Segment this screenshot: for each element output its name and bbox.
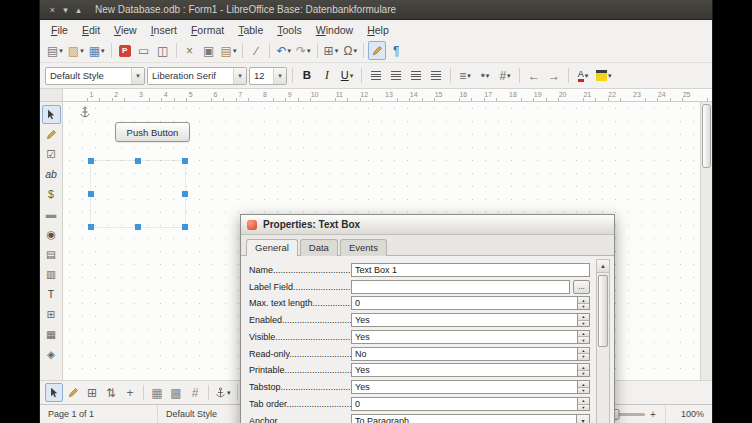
menu-format[interactable]: Format [184, 22, 231, 38]
selection-handle-ne[interactable] [182, 158, 188, 164]
max-text-length-input[interactable] [351, 296, 578, 310]
font-color-icon-dropdown[interactable]: ▾ [585, 72, 589, 80]
wizards-icon[interactable]: ◈ [42, 345, 61, 364]
copy-icon[interactable]: ▣ [200, 41, 218, 60]
vertical-scrollbar[interactable] [700, 102, 712, 380]
tab-events[interactable]: Events [340, 239, 387, 256]
max-text-length-spinner[interactable]: ▴▾ [578, 296, 590, 310]
combo-box-icon[interactable]: ▥ [42, 265, 61, 284]
clone-formatting-icon[interactable]: ∕ [247, 41, 265, 60]
enabled-spinner[interactable]: ▴▾ [578, 313, 590, 327]
printable-spinner[interactable]: ▴▾ [578, 363, 590, 377]
max-text-length-spin-down-icon[interactable]: ▾ [578, 303, 589, 310]
menu-table[interactable]: Table [231, 22, 270, 38]
italic-icon[interactable]: I [318, 66, 336, 85]
tab-general[interactable]: General [246, 239, 298, 256]
align-left-icon[interactable] [367, 66, 385, 85]
paragraph-style-combo[interactable]: Default Style ▾ [45, 67, 145, 85]
selection-handle-s[interactable] [135, 224, 141, 230]
dialog-scrollbar-thumb[interactable] [598, 275, 608, 347]
new-doc-icon-dropdown[interactable]: ▾ [59, 47, 63, 55]
menu-window[interactable]: Window [309, 22, 360, 38]
insert-table-icon[interactable]: ⊞▾ [322, 41, 341, 60]
tab-order-input[interactable] [351, 397, 578, 411]
tabstop-input[interactable] [351, 380, 578, 394]
menu-edit[interactable]: Edit [75, 22, 107, 38]
scroll-up-icon[interactable]: ▲ [597, 260, 609, 273]
maximize-window-button[interactable]: ▴ [72, 3, 85, 16]
tab-order-spin-down-icon[interactable]: ▾ [578, 404, 589, 411]
menu-file[interactable]: File [44, 22, 75, 38]
enabled-spin-down-icon[interactable]: ▾ [578, 320, 589, 327]
push-button-icon[interactable]: ▬ [42, 205, 61, 224]
save-icon-dropdown[interactable]: ▾ [101, 47, 105, 55]
numbering-icon[interactable]: #▾ [496, 66, 514, 85]
print-icon[interactable]: ▭ [135, 41, 153, 60]
design-mode-icon[interactable] [42, 125, 61, 144]
chevron-down-icon[interactable]: ▾ [131, 68, 144, 84]
read-only-input[interactable] [351, 347, 578, 361]
enabled-input[interactable] [351, 313, 578, 327]
font-color-icon[interactable]: A▾ [574, 66, 592, 85]
anchor-dropdown-button[interactable]: ▾ [577, 414, 590, 423]
selection-handle-se[interactable] [182, 224, 188, 230]
redo-icon[interactable]: ↷▾ [294, 41, 313, 60]
tab-data[interactable]: Data [300, 239, 338, 256]
selection-handle-nw[interactable] [88, 158, 94, 164]
open-icon-dropdown[interactable]: ▾ [80, 47, 84, 55]
push-button-control[interactable]: Push Button [115, 122, 190, 142]
insert-table-icon-dropdown[interactable]: ▾ [335, 47, 339, 55]
check-box-icon[interactable]: ☑ [42, 145, 61, 164]
new-doc-icon[interactable]: ▤▾ [45, 41, 65, 60]
paste-icon[interactable]: ▤▾ [219, 41, 239, 60]
menu-view[interactable]: View [107, 22, 144, 38]
helplines-icon[interactable]: # [186, 383, 204, 402]
design-mode-icon[interactable] [368, 41, 386, 60]
read-only-spinner[interactable]: ▴▾ [578, 347, 590, 361]
position-size-icon[interactable]: + [121, 383, 139, 402]
dialog-scrollbar[interactable]: ▲ ▼ [596, 259, 610, 423]
activation-order-icon[interactable]: ⇅ [102, 383, 120, 402]
form-design-mode-icon[interactable] [64, 383, 82, 402]
text-box-icon[interactable]: ab [42, 165, 61, 184]
list-box-icon[interactable]: ▤ [42, 245, 61, 264]
anchor-icon[interactable]: ▾ [213, 383, 233, 402]
align-center-icon[interactable] [387, 66, 405, 85]
insert-special-character-icon[interactable]: Ω▾ [341, 41, 359, 60]
menu-insert[interactable]: Insert [144, 22, 184, 38]
align-justify-icon[interactable] [427, 66, 445, 85]
label-field-browse-button[interactable]: ... [573, 280, 590, 294]
vertical-scrollbar-thumb[interactable] [702, 104, 711, 168]
tabstop-spinner[interactable]: ▴▾ [578, 380, 590, 394]
page-indicator[interactable]: Page 1 of 1 [40, 405, 158, 423]
highlight-color-icon-dropdown[interactable]: ▾ [608, 72, 612, 80]
bullets-icon[interactable]: •▾ [476, 66, 494, 85]
horizontal-ruler[interactable]: 1234567891011121314151617181920212223242… [63, 89, 712, 102]
numbering-icon-dropdown[interactable]: ▾ [507, 72, 511, 80]
tabstop-spin-down-icon[interactable]: ▾ [578, 387, 589, 394]
decrease-indent-icon[interactable]: ← [525, 66, 543, 85]
save-icon[interactable]: ▦▾ [87, 41, 107, 60]
highlight-color-icon[interactable]: ▾ [594, 66, 614, 85]
visible-spin-down-icon[interactable]: ▾ [578, 336, 589, 343]
bullets-icon-dropdown[interactable]: ▾ [486, 72, 490, 80]
redo-icon-dropdown[interactable]: ▾ [307, 47, 311, 55]
chevron-down-icon[interactable]: ▾ [233, 68, 246, 84]
zoom-in-button[interactable]: + [649, 409, 657, 420]
paste-icon-dropdown[interactable]: ▾ [233, 47, 237, 55]
more-controls-icon[interactable]: ⊞ [42, 305, 61, 324]
anchor-icon-dropdown[interactable]: ▾ [227, 389, 231, 397]
printable-spin-down-icon[interactable]: ▾ [578, 370, 589, 377]
chevron-down-icon[interactable]: ▾ [273, 68, 286, 84]
name-input[interactable] [351, 263, 590, 277]
visible-spinner[interactable]: ▴▾ [578, 330, 590, 344]
snap-to-grid-icon[interactable]: ▩ [167, 383, 185, 402]
selection-handle-n[interactable] [135, 158, 141, 164]
selected-text-box-control[interactable] [90, 160, 186, 228]
display-grid-icon[interactable]: ▦ [148, 383, 166, 402]
visible-input[interactable] [351, 330, 578, 344]
underline-icon[interactable]: U▾ [338, 66, 356, 85]
formatted-field-icon[interactable]: $ [42, 185, 61, 204]
menu-help[interactable]: Help [360, 22, 396, 38]
close-window-button[interactable]: × [46, 3, 59, 16]
